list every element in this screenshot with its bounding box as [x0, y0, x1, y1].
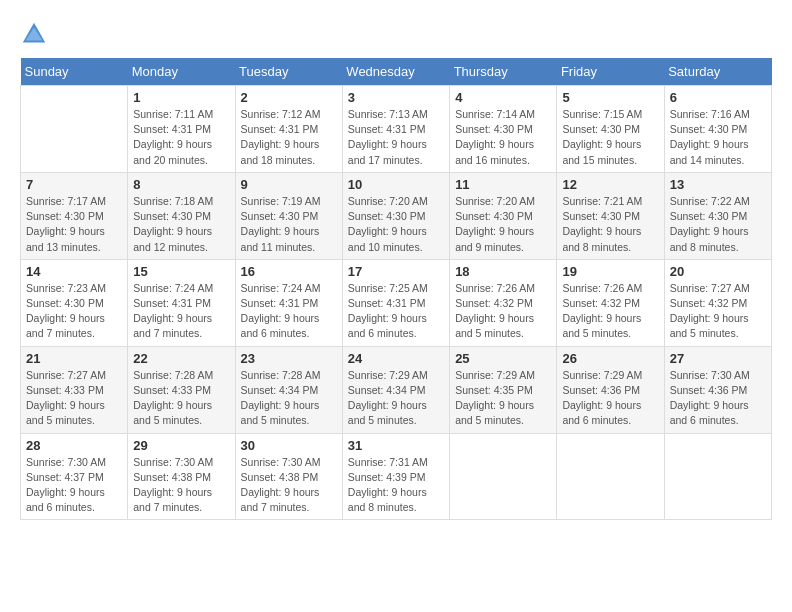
day-number: 29: [133, 438, 229, 453]
calendar-cell: 15Sunrise: 7:24 AMSunset: 4:31 PMDayligh…: [128, 259, 235, 346]
day-info: Sunrise: 7:19 AMSunset: 4:30 PMDaylight:…: [241, 194, 337, 255]
day-number: 26: [562, 351, 658, 366]
calendar-week-row: 7Sunrise: 7:17 AMSunset: 4:30 PMDaylight…: [21, 172, 772, 259]
day-number: 8: [133, 177, 229, 192]
day-number: 22: [133, 351, 229, 366]
calendar-cell: 23Sunrise: 7:28 AMSunset: 4:34 PMDayligh…: [235, 346, 342, 433]
calendar-day-header: Friday: [557, 58, 664, 86]
calendar-week-row: 14Sunrise: 7:23 AMSunset: 4:30 PMDayligh…: [21, 259, 772, 346]
calendar-cell: 18Sunrise: 7:26 AMSunset: 4:32 PMDayligh…: [450, 259, 557, 346]
calendar-cell: 11Sunrise: 7:20 AMSunset: 4:30 PMDayligh…: [450, 172, 557, 259]
day-info: Sunrise: 7:28 AMSunset: 4:33 PMDaylight:…: [133, 368, 229, 429]
calendar-cell: 1Sunrise: 7:11 AMSunset: 4:31 PMDaylight…: [128, 86, 235, 173]
day-number: 9: [241, 177, 337, 192]
day-number: 27: [670, 351, 766, 366]
day-number: 18: [455, 264, 551, 279]
calendar-cell: 21Sunrise: 7:27 AMSunset: 4:33 PMDayligh…: [21, 346, 128, 433]
calendar-cell: 26Sunrise: 7:29 AMSunset: 4:36 PMDayligh…: [557, 346, 664, 433]
calendar-day-header: Monday: [128, 58, 235, 86]
day-info: Sunrise: 7:25 AMSunset: 4:31 PMDaylight:…: [348, 281, 444, 342]
calendar-day-header: Tuesday: [235, 58, 342, 86]
calendar-cell: 6Sunrise: 7:16 AMSunset: 4:30 PMDaylight…: [664, 86, 771, 173]
day-info: Sunrise: 7:20 AMSunset: 4:30 PMDaylight:…: [348, 194, 444, 255]
calendar-cell: 13Sunrise: 7:22 AMSunset: 4:30 PMDayligh…: [664, 172, 771, 259]
day-info: Sunrise: 7:12 AMSunset: 4:31 PMDaylight:…: [241, 107, 337, 168]
day-info: Sunrise: 7:24 AMSunset: 4:31 PMDaylight:…: [133, 281, 229, 342]
day-number: 14: [26, 264, 122, 279]
calendar-day-header: Wednesday: [342, 58, 449, 86]
calendar-day-header: Sunday: [21, 58, 128, 86]
day-info: Sunrise: 7:14 AMSunset: 4:30 PMDaylight:…: [455, 107, 551, 168]
calendar-cell: 8Sunrise: 7:18 AMSunset: 4:30 PMDaylight…: [128, 172, 235, 259]
calendar-week-row: 1Sunrise: 7:11 AMSunset: 4:31 PMDaylight…: [21, 86, 772, 173]
calendar-cell: 31Sunrise: 7:31 AMSunset: 4:39 PMDayligh…: [342, 433, 449, 520]
day-info: Sunrise: 7:11 AMSunset: 4:31 PMDaylight:…: [133, 107, 229, 168]
calendar-cell: 2Sunrise: 7:12 AMSunset: 4:31 PMDaylight…: [235, 86, 342, 173]
calendar-week-row: 28Sunrise: 7:30 AMSunset: 4:37 PMDayligh…: [21, 433, 772, 520]
day-info: Sunrise: 7:27 AMSunset: 4:33 PMDaylight:…: [26, 368, 122, 429]
day-info: Sunrise: 7:18 AMSunset: 4:30 PMDaylight:…: [133, 194, 229, 255]
calendar-cell: [664, 433, 771, 520]
logo-icon: [20, 20, 48, 48]
logo: [20, 20, 50, 48]
day-number: 1: [133, 90, 229, 105]
calendar-cell: [557, 433, 664, 520]
calendar-cell: 29Sunrise: 7:30 AMSunset: 4:38 PMDayligh…: [128, 433, 235, 520]
day-info: Sunrise: 7:26 AMSunset: 4:32 PMDaylight:…: [562, 281, 658, 342]
calendar-cell: 22Sunrise: 7:28 AMSunset: 4:33 PMDayligh…: [128, 346, 235, 433]
page-header: [20, 20, 772, 48]
calendar-table: SundayMondayTuesdayWednesdayThursdayFrid…: [20, 58, 772, 520]
day-info: Sunrise: 7:15 AMSunset: 4:30 PMDaylight:…: [562, 107, 658, 168]
day-number: 20: [670, 264, 766, 279]
day-info: Sunrise: 7:30 AMSunset: 4:36 PMDaylight:…: [670, 368, 766, 429]
day-info: Sunrise: 7:29 AMSunset: 4:35 PMDaylight:…: [455, 368, 551, 429]
day-info: Sunrise: 7:28 AMSunset: 4:34 PMDaylight:…: [241, 368, 337, 429]
day-number: 16: [241, 264, 337, 279]
day-number: 17: [348, 264, 444, 279]
day-number: 7: [26, 177, 122, 192]
day-info: Sunrise: 7:13 AMSunset: 4:31 PMDaylight:…: [348, 107, 444, 168]
day-info: Sunrise: 7:23 AMSunset: 4:30 PMDaylight:…: [26, 281, 122, 342]
day-info: Sunrise: 7:30 AMSunset: 4:38 PMDaylight:…: [241, 455, 337, 516]
calendar-cell: 24Sunrise: 7:29 AMSunset: 4:34 PMDayligh…: [342, 346, 449, 433]
day-number: 31: [348, 438, 444, 453]
calendar-day-header: Saturday: [664, 58, 771, 86]
day-number: 28: [26, 438, 122, 453]
day-info: Sunrise: 7:21 AMSunset: 4:30 PMDaylight:…: [562, 194, 658, 255]
calendar-cell: 12Sunrise: 7:21 AMSunset: 4:30 PMDayligh…: [557, 172, 664, 259]
day-number: 25: [455, 351, 551, 366]
calendar-cell: 19Sunrise: 7:26 AMSunset: 4:32 PMDayligh…: [557, 259, 664, 346]
day-number: 2: [241, 90, 337, 105]
day-number: 11: [455, 177, 551, 192]
day-number: 30: [241, 438, 337, 453]
day-info: Sunrise: 7:22 AMSunset: 4:30 PMDaylight:…: [670, 194, 766, 255]
calendar-header-row: SundayMondayTuesdayWednesdayThursdayFrid…: [21, 58, 772, 86]
calendar-cell: 20Sunrise: 7:27 AMSunset: 4:32 PMDayligh…: [664, 259, 771, 346]
day-info: Sunrise: 7:16 AMSunset: 4:30 PMDaylight:…: [670, 107, 766, 168]
calendar-week-row: 21Sunrise: 7:27 AMSunset: 4:33 PMDayligh…: [21, 346, 772, 433]
calendar-cell: 16Sunrise: 7:24 AMSunset: 4:31 PMDayligh…: [235, 259, 342, 346]
calendar-cell: 7Sunrise: 7:17 AMSunset: 4:30 PMDaylight…: [21, 172, 128, 259]
day-number: 21: [26, 351, 122, 366]
day-number: 23: [241, 351, 337, 366]
day-info: Sunrise: 7:30 AMSunset: 4:37 PMDaylight:…: [26, 455, 122, 516]
day-number: 6: [670, 90, 766, 105]
calendar-cell: [450, 433, 557, 520]
day-number: 13: [670, 177, 766, 192]
day-number: 3: [348, 90, 444, 105]
day-info: Sunrise: 7:24 AMSunset: 4:31 PMDaylight:…: [241, 281, 337, 342]
day-number: 10: [348, 177, 444, 192]
day-number: 15: [133, 264, 229, 279]
day-info: Sunrise: 7:31 AMSunset: 4:39 PMDaylight:…: [348, 455, 444, 516]
calendar-day-header: Thursday: [450, 58, 557, 86]
day-number: 5: [562, 90, 658, 105]
calendar-cell: 27Sunrise: 7:30 AMSunset: 4:36 PMDayligh…: [664, 346, 771, 433]
calendar-cell: 28Sunrise: 7:30 AMSunset: 4:37 PMDayligh…: [21, 433, 128, 520]
calendar-cell: 10Sunrise: 7:20 AMSunset: 4:30 PMDayligh…: [342, 172, 449, 259]
day-info: Sunrise: 7:29 AMSunset: 4:36 PMDaylight:…: [562, 368, 658, 429]
day-info: Sunrise: 7:17 AMSunset: 4:30 PMDaylight:…: [26, 194, 122, 255]
day-number: 12: [562, 177, 658, 192]
day-number: 4: [455, 90, 551, 105]
day-info: Sunrise: 7:27 AMSunset: 4:32 PMDaylight:…: [670, 281, 766, 342]
day-info: Sunrise: 7:30 AMSunset: 4:38 PMDaylight:…: [133, 455, 229, 516]
